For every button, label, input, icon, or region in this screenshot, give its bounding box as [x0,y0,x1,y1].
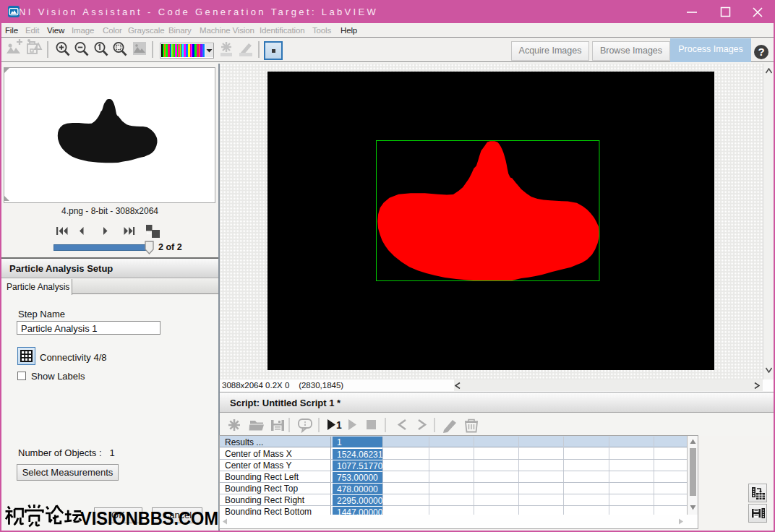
svg-text:VISIONBBS.COM: VISIONBBS.COM [80,508,218,528]
svg-text:1: 1 [336,419,342,431]
